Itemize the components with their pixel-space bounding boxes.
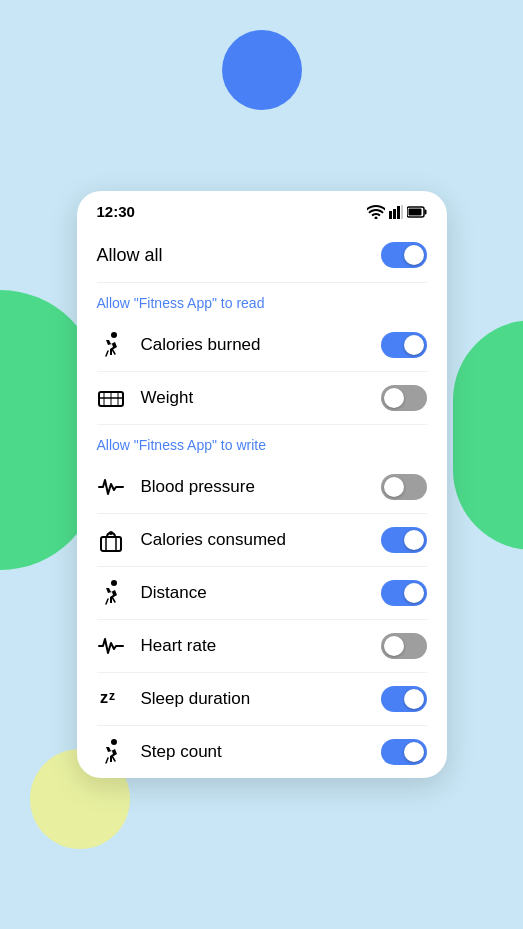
heartbeat-icon — [97, 473, 125, 501]
step-count-toggle[interactable] — [381, 739, 427, 765]
heart-rate-label: Heart rate — [141, 636, 365, 656]
allow-all-row: Allow all — [77, 228, 447, 282]
bg-green-arc-right — [453, 320, 523, 550]
sleep-duration-toggle[interactable] — [381, 686, 427, 712]
svg-point-20 — [111, 739, 117, 745]
status-bar: 12:30 — [77, 191, 447, 228]
distance-toggle[interactable] — [381, 580, 427, 606]
svg-rect-2 — [397, 206, 400, 219]
calories-burned-label: Calories burned — [141, 335, 365, 355]
weight-icon — [97, 384, 125, 412]
permission-row-sleep-duration: z z Sleep duration — [77, 673, 447, 725]
status-icons — [367, 205, 427, 219]
svg-text:z: z — [100, 689, 108, 706]
section-header-write: Allow "Fitness App" to write — [77, 425, 447, 461]
svg-rect-5 — [408, 208, 421, 215]
calories-icon — [97, 526, 125, 554]
heart-rate-toggle[interactable] — [381, 633, 427, 659]
svg-rect-6 — [424, 209, 426, 214]
svg-point-17 — [111, 580, 117, 586]
permission-row-calories-burned: Calories burned — [77, 319, 447, 371]
section-header-read: Allow "Fitness App" to read — [77, 283, 447, 319]
permission-row-distance: Distance — [77, 567, 447, 619]
svg-rect-0 — [389, 211, 392, 219]
running-icon — [97, 331, 125, 359]
distance-label: Distance — [141, 583, 365, 603]
status-time: 12:30 — [97, 203, 135, 220]
allow-all-toggle[interactable] — [381, 242, 427, 268]
svg-point-16 — [109, 531, 113, 535]
steps-icon — [97, 738, 125, 766]
battery-icon — [407, 206, 427, 218]
bg-blue-circle — [222, 30, 302, 110]
calories-consumed-toggle[interactable] — [381, 527, 427, 553]
permission-row-weight: Weight — [77, 372, 447, 424]
permission-row-step-count: Step count — [77, 726, 447, 778]
distance-icon — [97, 579, 125, 607]
permission-row-heart-rate: Heart rate — [77, 620, 447, 672]
permission-row-blood-pressure: Blood pressure — [77, 461, 447, 513]
blood-pressure-toggle[interactable] — [381, 474, 427, 500]
svg-text:z: z — [109, 689, 115, 703]
weight-toggle[interactable] — [381, 385, 427, 411]
heart-rate-icon — [97, 632, 125, 660]
weight-label: Weight — [141, 388, 365, 408]
sleep-icon: z z — [97, 685, 125, 713]
blood-pressure-label: Blood pressure — [141, 477, 365, 497]
permission-row-calories-consumed: Calories consumed — [77, 514, 447, 566]
svg-rect-3 — [401, 205, 403, 219]
svg-rect-13 — [101, 537, 121, 551]
signal-icon — [389, 205, 403, 219]
wifi-icon — [367, 205, 385, 219]
calories-consumed-label: Calories consumed — [141, 530, 365, 550]
phone-card: 12:30 Allow all Allow " — [77, 191, 447, 778]
svg-rect-1 — [393, 209, 396, 219]
step-count-label: Step count — [141, 742, 365, 762]
calories-burned-toggle[interactable] — [381, 332, 427, 358]
sleep-duration-label: Sleep duration — [141, 689, 365, 709]
allow-all-label: Allow all — [97, 245, 163, 266]
svg-point-7 — [111, 332, 117, 338]
